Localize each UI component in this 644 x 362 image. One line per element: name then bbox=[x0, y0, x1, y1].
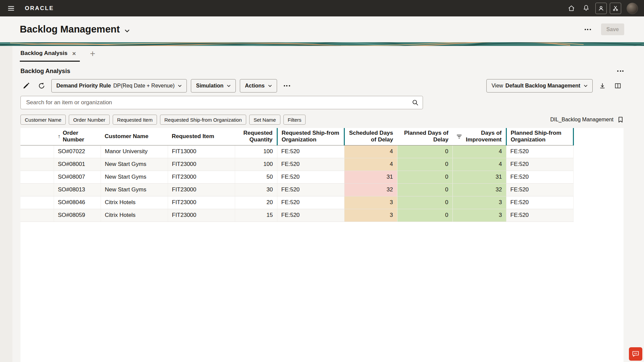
download-icon[interactable] bbox=[597, 80, 608, 92]
close-tab-icon[interactable]: × bbox=[72, 50, 76, 57]
table-row-so-08046[interactable]: SO#08046Citrix HotelsFIT2300020FE:520303… bbox=[20, 196, 573, 209]
global-header: ORACLE bbox=[0, 0, 644, 16]
cell-customer: Citrix Hotels bbox=[101, 196, 168, 209]
cell-sched: 3 bbox=[344, 209, 397, 222]
cell-sched: 31 bbox=[344, 171, 397, 183]
cell-customer: Citrix Hotels bbox=[101, 209, 168, 222]
filter-chip-requested-ship-from-organization[interactable]: Requested Ship-from Organization bbox=[160, 115, 246, 125]
main-content: Backlog Analysis Demand Priority Rule DP… bbox=[0, 62, 644, 362]
view-dropdown[interactable]: View Default Backlog Management bbox=[486, 79, 593, 93]
filter-icon bbox=[457, 134, 462, 139]
table-row-so-08059[interactable]: SO#08059Citrix HotelsFIT2300015FE:520303… bbox=[20, 209, 573, 222]
cell-improve: 4 bbox=[452, 145, 506, 158]
cell-improve: 32 bbox=[452, 183, 506, 196]
split-columns-icon[interactable] bbox=[612, 80, 624, 92]
column-header-label: Order Number bbox=[63, 130, 97, 143]
actions-label: Actions bbox=[245, 83, 265, 89]
saved-search-label: DIL_Backlog Management bbox=[550, 117, 613, 123]
toolbar: Demand Priority Rule DP(Req Date + Reven… bbox=[20, 79, 624, 93]
cell-item: FIT13000 bbox=[168, 145, 235, 158]
refresh-icon[interactable] bbox=[36, 80, 47, 92]
hamburger-menu-icon[interactable] bbox=[5, 2, 17, 15]
column-header-order[interactable]: ↑Order Number bbox=[54, 128, 101, 145]
save-button[interactable]: Save bbox=[601, 23, 624, 35]
column-header-planned[interactable]: Planned Days of Delay bbox=[397, 128, 452, 145]
header-actions: Save bbox=[585, 23, 624, 35]
cell-order: SO#08007 bbox=[54, 171, 101, 183]
cell-sched: 4 bbox=[344, 158, 397, 171]
search-input[interactable] bbox=[20, 96, 423, 109]
cell-item: FIT23000 bbox=[168, 171, 235, 183]
home-icon[interactable] bbox=[565, 2, 578, 15]
add-tab-icon[interactable]: + bbox=[88, 49, 97, 58]
cell-qty: 20 bbox=[235, 196, 277, 209]
edit-pencil-icon[interactable] bbox=[20, 80, 32, 92]
tab-bar: Backlog Analysis × + bbox=[0, 46, 644, 62]
cell-qty: 15 bbox=[235, 209, 277, 222]
search-icon[interactable] bbox=[412, 99, 419, 107]
notifications-bell-icon[interactable] bbox=[580, 2, 592, 15]
table-row-so-08013[interactable]: SO#08013New Start GymsFIT2300030FE:52032… bbox=[20, 183, 573, 196]
column-header-customer[interactable]: Customer Name bbox=[101, 128, 168, 145]
tab-backlog-analysis[interactable]: Backlog Analysis × bbox=[20, 46, 80, 62]
column-header-ship_from[interactable]: Requested Ship-from Organization bbox=[277, 128, 344, 145]
column-header-item[interactable]: Requested Item bbox=[168, 128, 235, 145]
topbar-actions bbox=[563, 2, 639, 15]
cell-improve: 3 bbox=[452, 209, 506, 222]
toolbar-overflow-icon[interactable] bbox=[284, 81, 290, 91]
table-row-so-07022[interactable]: SO#07022Manor UniversityFIT13000100FE:52… bbox=[20, 145, 573, 158]
cell-rowsel bbox=[20, 158, 54, 171]
scissors-icon[interactable] bbox=[610, 3, 621, 14]
table-header-row: ↑Order NumberCustomer NameRequested Item… bbox=[20, 128, 573, 145]
column-header-label: Planned Days of Delay bbox=[401, 130, 448, 143]
cell-item: FIT23000 bbox=[168, 183, 235, 196]
chevron-down-icon bbox=[227, 84, 231, 87]
cell-qty: 30 bbox=[235, 183, 277, 196]
cell-ship_from: FE:520 bbox=[277, 158, 344, 171]
column-header-improve[interactable]: Days of Improvement bbox=[452, 128, 506, 145]
cell-planned_ship: FE:520 bbox=[506, 183, 573, 196]
filter-chip-requested-item[interactable]: Requested Item bbox=[113, 115, 157, 125]
filter-chip-order-number[interactable]: Order Number bbox=[69, 115, 110, 125]
header-more-actions-icon[interactable] bbox=[585, 24, 591, 35]
filter-chip-customer-name[interactable]: Customer Name bbox=[20, 115, 66, 125]
cell-ship_from: FE:520 bbox=[277, 183, 344, 196]
column-header-qty[interactable]: Requested Quantity bbox=[235, 128, 277, 145]
chevron-down-icon bbox=[268, 84, 272, 87]
cell-rowsel bbox=[20, 171, 54, 183]
view-value: Default Backlog Management bbox=[505, 83, 580, 89]
demand-priority-rule-value: DP(Req Date + Revenue) bbox=[113, 83, 175, 89]
cell-planned: 0 bbox=[397, 196, 452, 209]
bookmark-icon[interactable] bbox=[618, 115, 624, 125]
feedback-chat-button[interactable] bbox=[629, 347, 642, 361]
demand-priority-rule-dropdown[interactable]: Demand Priority Rule DP(Req Date + Reven… bbox=[51, 79, 187, 93]
column-header-sched[interactable]: Scheduled Days of Delay bbox=[344, 128, 397, 145]
user-avatar[interactable] bbox=[627, 3, 638, 14]
column-header-planned_ship[interactable]: Planned Ship-from Organization bbox=[506, 128, 573, 145]
chevron-down-icon bbox=[178, 84, 182, 87]
cell-customer: New Start Gyms bbox=[101, 183, 168, 196]
column-header-label: Days of Improvement bbox=[462, 130, 502, 143]
person-icon[interactable] bbox=[595, 3, 607, 14]
cell-item: FIT23000 bbox=[168, 196, 235, 209]
cell-rowsel bbox=[20, 145, 54, 158]
page-title[interactable]: Backlog Management bbox=[20, 24, 130, 35]
backlog-table: ↑Order NumberCustomer NameRequested Item… bbox=[20, 128, 574, 222]
table-row-so-08001[interactable]: SO#08001New Start GymsFIT23000100FE:5204… bbox=[20, 158, 573, 171]
app-header: Backlog Management Save bbox=[0, 16, 644, 42]
ellipsis-icon bbox=[617, 70, 624, 72]
filter-chip-filters[interactable]: Filters bbox=[283, 115, 306, 125]
cell-order: SO#07022 bbox=[54, 145, 101, 158]
column-header-label: Requested Quantity bbox=[239, 130, 273, 143]
cell-improve: 3 bbox=[452, 196, 506, 209]
cell-ship_from: FE:520 bbox=[277, 196, 344, 209]
cell-qty: 50 bbox=[235, 171, 277, 183]
simulation-dropdown[interactable]: Simulation bbox=[191, 79, 236, 93]
panel-more-actions-icon[interactable] bbox=[617, 66, 624, 76]
column-header-rowsel[interactable] bbox=[20, 128, 54, 145]
filter-chip-set-name[interactable]: Set Name bbox=[249, 115, 280, 125]
cell-planned: 0 bbox=[397, 158, 452, 171]
table-row-so-08007[interactable]: SO#08007New Start GymsFIT2300050FE:52031… bbox=[20, 171, 573, 183]
cell-qty: 100 bbox=[235, 158, 277, 171]
actions-dropdown[interactable]: Actions bbox=[240, 79, 277, 93]
